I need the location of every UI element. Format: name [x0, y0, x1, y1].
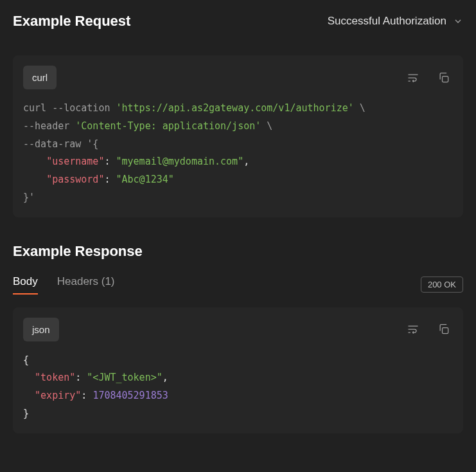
wrap-lines-button[interactable]	[404, 69, 422, 87]
copy-icon	[437, 323, 450, 336]
wrap-lines-button[interactable]	[404, 320, 422, 338]
copy-button[interactable]	[435, 69, 453, 87]
response-lang-badge: json	[23, 318, 59, 341]
dropdown-label: Successful Authorization	[328, 15, 446, 28]
svg-rect-1	[443, 328, 448, 334]
copy-icon	[437, 71, 450, 84]
response-tabs: Body Headers (1)	[13, 275, 115, 295]
status-badge: 200 OK	[421, 277, 463, 293]
tab-body[interactable]: Body	[13, 275, 38, 295]
tab-headers[interactable]: Headers (1)	[57, 275, 115, 295]
request-lang-badge: curl	[23, 66, 57, 89]
svg-rect-0	[443, 76, 448, 82]
response-code-content: { "token": "<JWT_token>", "expiry": 1708…	[23, 352, 453, 423]
wrap-lines-icon	[407, 323, 419, 336]
chevron-down-icon	[453, 16, 463, 26]
example-request-title: Example Request	[13, 13, 130, 30]
request-code-block: curl curl --location 'https://api.as2gat…	[13, 55, 463, 217]
response-code-block: json { "token": "<JWT_token>", "expiry":…	[13, 307, 463, 433]
example-selector-dropdown[interactable]: Successful Authorization	[328, 15, 463, 28]
copy-button[interactable]	[435, 320, 453, 338]
request-code-content: curl --location 'https://api.as2gateway.…	[23, 100, 453, 207]
wrap-lines-icon	[407, 71, 419, 84]
example-response-title: Example Response	[13, 243, 463, 260]
